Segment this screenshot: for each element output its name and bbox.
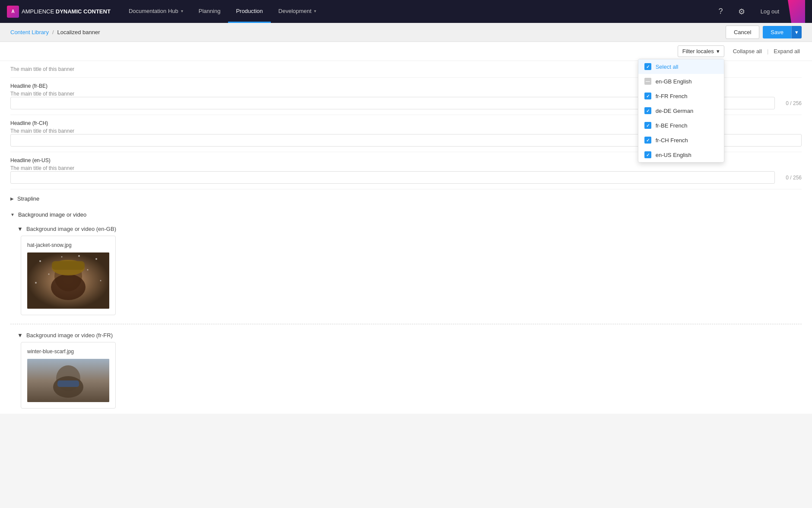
chevron-down-icon: ▼ — [17, 332, 23, 339]
chevron-down-icon: ▼ — [17, 226, 23, 232]
dropdown-item-en-gb[interactable]: en-GB English — [638, 74, 724, 89]
dropdown-label-en-gb: en-GB English — [656, 78, 692, 85]
cancel-button[interactable]: Cancel — [726, 26, 759, 39]
chevron-down-icon: ▾ — [314, 9, 316, 13]
nav-item-production[interactable]: Production — [228, 0, 270, 23]
svg-point-9 — [35, 282, 37, 284]
dropdown-item-select-all[interactable]: Select all — [638, 59, 724, 74]
checkbox-fr-ch[interactable] — [644, 137, 651, 144]
section-label-strapline: Strapline — [17, 195, 39, 202]
brand-icon: A — [7, 6, 19, 18]
image-preview-en-gb — [27, 252, 109, 309]
breadcrumb-actions: Cancel Save ▾ — [726, 26, 802, 39]
save-button[interactable]: Save — [763, 26, 791, 38]
help-button[interactable]: ? — [714, 5, 728, 19]
section-sub-header-bg-en-gb[interactable]: ▼ Background image or video (en-GB) — [10, 221, 802, 236]
breadcrumb-bar: Content Library / Localized banner Cance… — [0, 23, 812, 42]
filter-dropdown: Select all en-GB English fr-FR French de… — [638, 59, 724, 163]
char-count-fr-be: 0 / 256 — [780, 100, 802, 106]
nav-right: ? ⚙ Log out — [714, 5, 784, 19]
dropdown-label-fr-fr: fr-FR French — [656, 93, 688, 99]
pipe-divider: | — [765, 48, 770, 54]
dropdown-label-fr-be: fr-BE French — [656, 122, 688, 129]
nav-items: Documentation Hub ▾ Planning Production … — [121, 0, 714, 23]
section-label-bg-en-gb: Background image or video (en-GB) — [26, 226, 116, 232]
chevron-down-icon: ▾ — [181, 9, 183, 13]
field-input-row-en-us: 0 / 256 — [10, 171, 802, 184]
nav-item-development[interactable]: Development ▾ — [271, 0, 324, 23]
dropdown-item-de-de[interactable]: de-DE German — [638, 103, 724, 118]
checkbox-de-de[interactable] — [644, 107, 651, 114]
chevron-down-icon: ▼ — [10, 212, 15, 217]
image-card-en-gb[interactable]: hat-jacket-snow.jpg — [21, 236, 116, 315]
filter-bar: Filter locales ▾ Select all en-GB Englis… — [0, 42, 812, 61]
breadcrumb-parent-link[interactable]: Content Library — [10, 29, 49, 35]
dropdown-item-fr-ch[interactable]: fr-CH French — [638, 133, 724, 147]
dropdown-item-fr-be[interactable]: fr-BE French — [638, 118, 724, 133]
save-button-group: Save ▾ — [763, 26, 802, 38]
nav-item-documentation-hub[interactable]: Documentation Hub ▾ — [121, 0, 191, 23]
dropdown-item-fr-fr[interactable]: fr-FR French — [638, 89, 724, 103]
filter-locales-container: Filter locales ▾ Select all en-GB Englis… — [678, 45, 724, 57]
brand-accent — [788, 0, 805, 23]
dropdown-label-fr-ch: fr-CH French — [656, 137, 688, 144]
image-preview-fr-fr — [27, 359, 109, 402]
image-section-fr-fr: winter-blue-scarf.jpg — [10, 342, 802, 414]
svg-point-11 — [61, 256, 63, 258]
svg-rect-16 — [57, 380, 79, 387]
section-label-bg-fr-fr: Background image or video (fr-FR) — [26, 332, 113, 339]
filter-locales-button[interactable]: Filter locales ▾ — [678, 45, 724, 57]
section-header-background[interactable]: ▼ Background image or video — [10, 205, 802, 221]
svg-point-10 — [100, 280, 102, 281]
checkbox-select-all[interactable] — [644, 63, 651, 70]
svg-point-8 — [87, 269, 89, 271]
top-navigation: A AMPLIENCE DYNAMIC CONTENT Documentatio… — [0, 0, 812, 23]
logout-button[interactable]: Log out — [755, 6, 784, 17]
save-dropdown-button[interactable]: ▾ — [791, 26, 802, 38]
brand-name: AMPLIENCE DYNAMIC CONTENT — [22, 8, 111, 15]
collapse-all-button[interactable]: Collapse all — [731, 48, 764, 54]
dropdown-label-select-all: Select all — [656, 64, 679, 70]
dropdown-item-en-us[interactable]: en-US English — [638, 147, 724, 162]
section-label-background: Background image or video — [18, 211, 86, 218]
chevron-right-icon: ▶ — [10, 196, 14, 201]
dropdown-label-de-de: de-DE German — [656, 108, 693, 114]
field-input-headline-en-us[interactable] — [10, 171, 775, 184]
breadcrumb: Content Library / Localized banner — [10, 29, 100, 35]
field-sublabel-headline-en-us: The main title of this banner — [10, 165, 802, 171]
image-filename-fr-fr: winter-blue-scarf.jpg — [27, 348, 109, 355]
nav-item-planning[interactable]: Planning — [191, 0, 228, 23]
svg-point-6 — [95, 258, 97, 260]
main-content: Filter locales ▾ Select all en-GB Englis… — [0, 42, 812, 414]
brand-logo: A AMPLIENCE DYNAMIC CONTENT — [7, 6, 111, 18]
char-count-en-us: 0 / 256 — [780, 175, 802, 181]
svg-rect-4 — [52, 261, 85, 270]
settings-button[interactable]: ⚙ — [735, 5, 749, 19]
breadcrumb-current: Localized banner — [57, 29, 100, 35]
svg-point-12 — [78, 255, 80, 257]
chevron-down-icon: ▾ — [717, 48, 720, 54]
section-header-strapline[interactable]: ▶ Strapline — [10, 189, 802, 205]
svg-point-7 — [48, 274, 50, 275]
svg-point-5 — [39, 260, 41, 262]
checkbox-fr-fr[interactable] — [644, 93, 651, 99]
image-card-fr-fr[interactable]: winter-blue-scarf.jpg — [21, 342, 116, 409]
section-sub-header-bg-fr-fr[interactable]: ▼ Background image or video (fr-FR) — [10, 328, 802, 342]
dashed-separator — [10, 324, 802, 324]
image-section-en-gb: hat-jacket-snow.jpg — [10, 236, 802, 320]
checkbox-en-us[interactable] — [644, 151, 651, 158]
checkbox-en-gb[interactable] — [644, 78, 651, 85]
dropdown-label-en-us: en-US English — [656, 152, 691, 158]
collapse-expand-controls: Collapse all | Expand all — [731, 48, 802, 54]
expand-all-button[interactable]: Expand all — [772, 48, 802, 54]
image-filename-en-gb: hat-jacket-snow.jpg — [27, 242, 109, 248]
checkbox-fr-be[interactable] — [644, 122, 651, 129]
svg-point-2 — [51, 274, 86, 300]
breadcrumb-separator: / — [52, 29, 54, 35]
